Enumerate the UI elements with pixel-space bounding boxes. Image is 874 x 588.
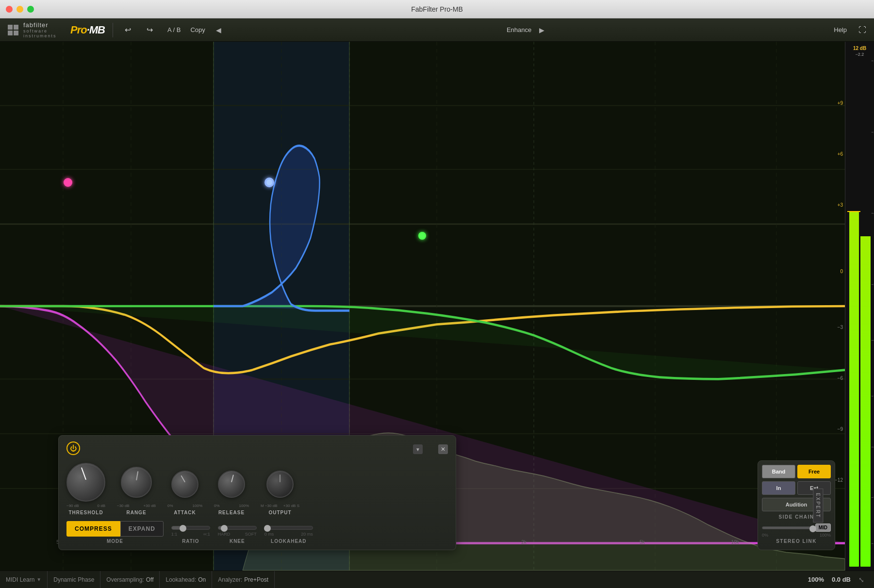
help-button[interactable]: Help [830, 24, 851, 35]
ratio-min: 1:1 [171, 532, 178, 537]
plugin-header: fabfilter software instruments Pro·MB ↩ … [0, 18, 874, 42]
knee-section: HARD SOFT KNEE [218, 526, 257, 544]
next-preset-button[interactable]: ▶ [539, 26, 544, 34]
attack-label: ATTACK [174, 510, 196, 515]
attack-max: 100% [193, 504, 202, 508]
ratio-thumb[interactable] [180, 525, 186, 532]
range-knob[interactable] [121, 467, 152, 498]
resize-icon[interactable]: ⤡ [855, 576, 868, 584]
ab-copy-area: A / B Copy [165, 24, 208, 35]
band-dot-green[interactable] [418, 232, 426, 240]
vu-bars-container: −20 −30 −40 −50 −60 −70 −80 −90 −100 [849, 59, 871, 567]
lookahead-status-value: On [198, 576, 206, 583]
stereo-mid-button[interactable]: MID [815, 523, 831, 532]
release-group: 0% 100% RELEASE [214, 471, 249, 515]
window-controls[interactable] [6, 6, 34, 13]
toolbar-divider [113, 23, 113, 37]
stereo-slider[interactable] [762, 526, 813, 529]
threshold-indicator [81, 467, 86, 480]
vu-peak-hold [847, 211, 860, 212]
dropdown-button[interactable]: ▼ [413, 444, 423, 454]
attack-range: 0% 100% [167, 504, 202, 508]
lookahead-range: 0 ms 20 ms [264, 532, 313, 537]
db-label-m3: −3 [838, 325, 843, 330]
range-label: RANGE [126, 510, 146, 515]
stereo-range: 0% 100% [762, 533, 831, 538]
compress-button[interactable]: COMPRESS [66, 521, 120, 537]
power-button[interactable]: ⏻ [66, 441, 80, 455]
lookahead-slider[interactable] [264, 526, 313, 530]
band-dot-blue[interactable] [264, 178, 274, 187]
prev-preset-button[interactable]: ◀ [216, 26, 221, 34]
window-title: FabFilter Pro-MB [411, 5, 463, 13]
knee-range: HARD SOFT [218, 532, 257, 537]
lookahead-status-item[interactable]: Lookahead: On [160, 571, 212, 588]
attack-knob[interactable] [171, 471, 198, 498]
knee-slider[interactable] [218, 526, 257, 530]
lookahead-section: 0 ms 20 ms LOOKAHEAD [264, 526, 313, 544]
fullscreen-button[interactable]: ⛶ [858, 26, 866, 34]
output-label: OUTPUT [268, 510, 291, 515]
vu-bar-right [860, 59, 871, 567]
stereo-min: 0% [762, 533, 768, 538]
analyzer-label: Analyzer: [218, 576, 242, 583]
logo-subtitle: software instruments [23, 29, 66, 38]
ratio-range: 1:1 ∞:1 [171, 532, 210, 537]
oversampling-value: Off [146, 576, 154, 583]
maximize-button[interactable] [27, 6, 34, 13]
knee-max: SOFT [245, 532, 257, 537]
minimize-button[interactable] [16, 6, 23, 13]
release-knob[interactable] [218, 471, 245, 498]
enhance-label: Enhance [507, 26, 531, 33]
lookahead-status-label: Lookahead: [165, 576, 196, 583]
range-max: +30 dB [143, 504, 156, 508]
undo-button[interactable]: ↩ [121, 23, 135, 36]
stereo-max: 100% [820, 533, 831, 538]
bottom-panel-row: COMPRESS EXPAND MODE 1:1 ∞:1 RATIO [66, 521, 448, 544]
lookahead-max: 20 ms [301, 532, 313, 537]
threshold-knob-container [66, 463, 105, 502]
close-panel-button[interactable]: ✕ [438, 444, 448, 454]
threshold-knob[interactable] [66, 463, 105, 502]
vu-meter: 12 dB −2.2 −20 −30 −40 [845, 42, 874, 571]
expert-tab[interactable]: EXPERT [813, 489, 824, 523]
release-max: 100% [239, 504, 249, 508]
knee-thumb[interactable] [221, 525, 228, 532]
lookahead-thumb[interactable] [264, 525, 271, 532]
in-button[interactable]: In [762, 481, 795, 495]
stereo-thumb[interactable] [809, 525, 816, 532]
midi-learn-item[interactable]: MIDI Learn ▼ [6, 571, 48, 588]
output-indicator [280, 474, 280, 482]
ratio-section: 1:1 ∞:1 RATIO [171, 526, 210, 544]
band-free-row: Band Free [762, 465, 831, 478]
free-button[interactable]: Free [797, 465, 831, 478]
threshold-range: −90 dB 0 dB [66, 504, 105, 508]
expand-button[interactable]: EXPAND [120, 521, 164, 537]
ab-button[interactable]: A / B [165, 24, 183, 35]
analyzer-item[interactable]: Analyzer: Pre+Post [212, 571, 275, 588]
stereo-fill [762, 527, 813, 529]
output-knob[interactable] [266, 471, 294, 498]
logo-grid-icon [8, 25, 18, 35]
close-button[interactable] [6, 6, 13, 13]
oversampling-item[interactable]: Oversampling: Off [100, 571, 160, 588]
display-area: +9 +6 +3 0 −3 −6 −9 −12 12 dB −2.2 [0, 42, 874, 571]
threshold-label: THRESHOLD [68, 510, 103, 515]
logo-product: Pro·MB [70, 24, 105, 36]
range-group: −30 dB +30 dB RANGE [117, 467, 156, 515]
copy-button[interactable]: Copy [187, 24, 208, 35]
db-label-0: 0 [840, 268, 843, 274]
dynamic-phase-item[interactable]: Dynamic Phase [48, 571, 100, 588]
lookahead-min: 0 ms [264, 532, 274, 537]
ratio-slider[interactable] [171, 526, 210, 530]
output-min: M −30 dB [261, 504, 277, 508]
redo-button[interactable]: ↪ [143, 23, 157, 36]
band-button[interactable]: Band [762, 465, 795, 478]
knee-label: KNEE [230, 539, 245, 544]
band-dot-pink[interactable] [64, 178, 72, 187]
freq-10k: 10k [731, 539, 739, 545]
ratio-label: RATIO [182, 539, 199, 544]
range-range: −30 dB +30 dB [117, 504, 156, 508]
zoom-value: 100% [804, 576, 828, 583]
release-range: 0% 100% [214, 504, 249, 508]
